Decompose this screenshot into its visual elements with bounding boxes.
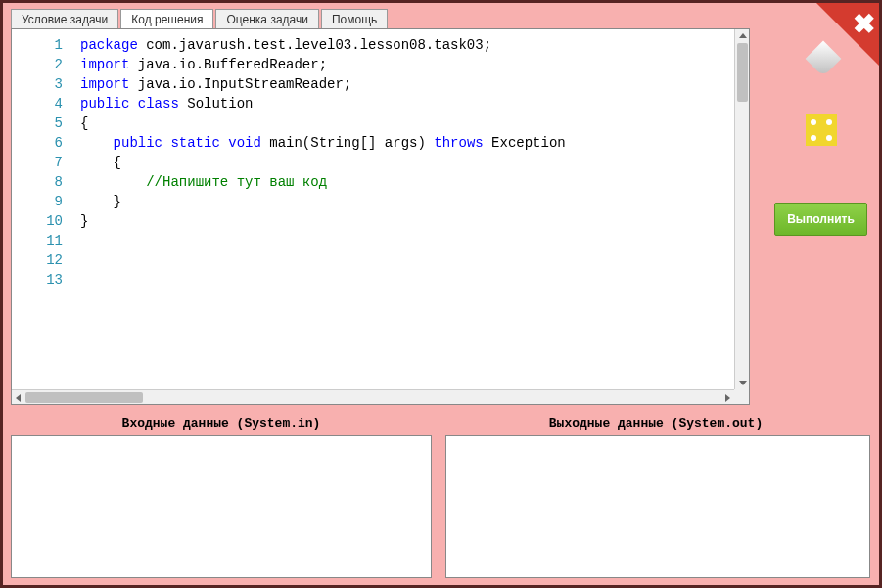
line-number: 12: [12, 250, 63, 270]
code-line[interactable]: }: [80, 192, 734, 211]
code-line[interactable]: import java.io.InputStreamReader;: [80, 74, 734, 94]
close-icon: ✖: [853, 11, 875, 38]
input-box[interactable]: [11, 435, 432, 578]
tab-code[interactable]: Код решения: [120, 9, 213, 29]
tab-bar: Условие задачи Код решения Оценка задачи…: [11, 9, 388, 29]
code-line[interactable]: package com.javarush.test.level03.lesson…: [80, 35, 734, 55]
close-button[interactable]: ✖: [814, 1, 881, 68]
code-editor[interactable]: 12345678910111213 package com.javarush.t…: [11, 28, 750, 405]
line-number: 10: [12, 211, 63, 231]
code-line[interactable]: }: [80, 211, 734, 231]
line-number: 7: [12, 153, 63, 172]
code-line[interactable]: {: [80, 113, 734, 133]
line-number: 1: [12, 35, 63, 55]
output-label: Выходные данные (System.out): [445, 416, 866, 430]
run-button[interactable]: Выполнить: [774, 203, 867, 236]
line-number: 11: [12, 231, 63, 250]
line-number: 5: [12, 113, 63, 133]
input-label: Входные данные (System.in): [11, 416, 432, 430]
line-number-gutter: 12345678910111213: [12, 29, 70, 389]
dice-icon[interactable]: [806, 114, 837, 146]
vertical-scrollbar[interactable]: [734, 29, 749, 389]
line-number: 8: [12, 172, 63, 192]
line-number: 6: [12, 133, 63, 153]
tab-condition[interactable]: Условие задачи: [11, 9, 118, 29]
code-line[interactable]: public static void main(String[] args) t…: [80, 133, 734, 153]
tab-help[interactable]: Помощь: [321, 9, 388, 29]
code-line[interactable]: //Напишите тут ваш код: [80, 172, 734, 192]
output-box[interactable]: [445, 435, 870, 578]
scroll-corner: [734, 389, 749, 404]
line-number: 9: [12, 192, 63, 211]
tab-grade[interactable]: Оценка задачи: [215, 9, 318, 29]
line-number: 4: [12, 94, 63, 113]
code-line[interactable]: public class Solution: [80, 94, 734, 113]
code-line[interactable]: import java.io.BufferedReader;: [80, 55, 734, 74]
line-number: 13: [12, 270, 63, 290]
code-line[interactable]: {: [80, 153, 734, 172]
line-number: 3: [12, 74, 63, 94]
line-number: 2: [12, 55, 63, 74]
horizontal-scrollbar[interactable]: [12, 389, 734, 404]
code-content[interactable]: package com.javarush.test.level03.lesson…: [70, 29, 734, 389]
